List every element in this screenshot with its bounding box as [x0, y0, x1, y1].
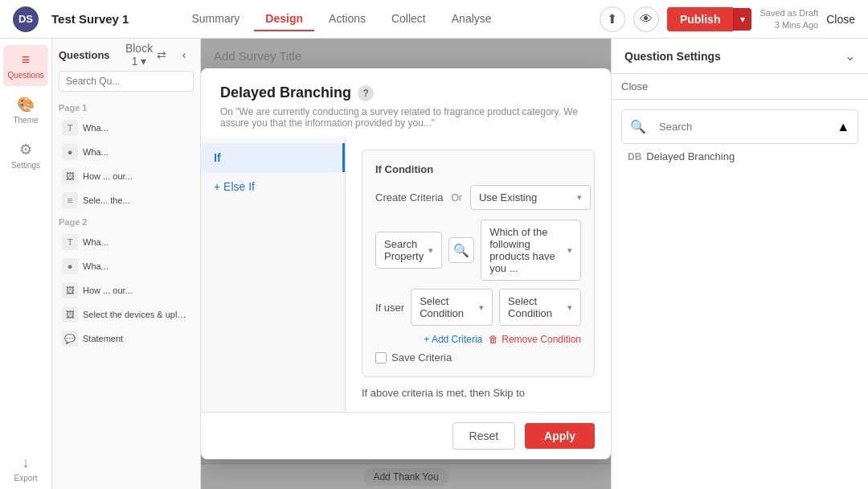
q-text: How ... our... [83, 286, 133, 295]
q-text: Select the devices & upload the image [83, 310, 187, 319]
modal-footer: Reset Apply [201, 412, 611, 459]
delayed-branching-item: Delayed Branching [646, 150, 735, 162]
q-text: Wha... [83, 261, 108, 271]
list-item[interactable]: 💬Statement [59, 327, 194, 351]
skip-to-row: If above criteria is met, then Skip to [362, 387, 595, 399]
q-text: Statement [83, 334, 123, 343]
saved-info: Saved as Draft 3 Mins Ago [760, 7, 818, 31]
sidebar-item-settings[interactable]: ⚙ Settings [3, 134, 48, 176]
apply-button[interactable]: Apply [525, 423, 595, 449]
condition-left-dropdown[interactable]: Select Condition ▾ [411, 289, 493, 326]
nav-back-icon[interactable]: ‹ [174, 45, 194, 64]
questions-panel-header: Questions Block 1 ▾ ⇄ ‹ [59, 45, 194, 64]
condition-right-dropdown[interactable]: Select Condition ▾ [499, 289, 581, 326]
tab-actions[interactable]: Actions [317, 7, 377, 31]
list-item[interactable]: ●Wha... [59, 140, 194, 164]
q-type-icon: 🖼 [62, 282, 78, 298]
saved-status: Saved as Draft [760, 7, 818, 18]
list-item[interactable]: 🖼How ... our... [59, 164, 194, 188]
sidebar-item-else-if[interactable]: + Else If [201, 172, 345, 201]
save-criteria-checkbox[interactable] [375, 352, 387, 364]
close-button-top[interactable]: Close [826, 13, 855, 26]
reset-button[interactable]: Reset [452, 422, 516, 450]
sidebar-item-export[interactable]: ↓ Export [3, 448, 48, 489]
add-criteria-button[interactable]: + Add Criteria [424, 334, 482, 345]
main-layout: ≡ Questions 🎨 Theme ⚙ Settings ↓ Export … [0, 39, 868, 489]
chevron-up-icon: ▲ [837, 120, 850, 134]
list-item[interactable]: ●Wha... [59, 254, 194, 278]
block-selector[interactable]: Block 1 ▾ [129, 45, 149, 64]
tab-summary[interactable]: Summary [180, 7, 251, 31]
expand-icon[interactable]: ⌄ [845, 48, 855, 64]
if-user-label: If user [375, 302, 404, 314]
sidebar-label-questions: Questions [7, 71, 43, 80]
list-item[interactable]: ≡Sele... the... [59, 188, 194, 212]
q-type-icon: 💬 [62, 331, 78, 347]
top-header: DS Test Survey 1 Summary Design Actions … [0, 0, 868, 39]
saved-time: 3 Mins Ago [760, 19, 818, 31]
chevron-down-icon: ▾ [577, 192, 582, 203]
preview-icon[interactable]: 👁 [633, 6, 659, 32]
settings-icon: ⚙ [19, 141, 32, 158]
right-close-button[interactable]: Close [621, 80, 648, 92]
tab-design[interactable]: Design [254, 7, 314, 31]
list-item[interactable]: TWha... [59, 116, 194, 140]
page-2-label: Page 2 [59, 217, 194, 227]
publish-chevron-button[interactable]: ▾ [733, 8, 751, 31]
if-condition-title: If Condition [375, 163, 581, 175]
right-panel-title: Question Settings [624, 50, 721, 63]
share-icon[interactable]: ⬆ [600, 6, 625, 32]
property-row: Search Property ▾ 🔍 Which of the followi… [375, 220, 581, 281]
right-search-input[interactable] [651, 115, 832, 138]
chevron-down-icon: ▾ [428, 245, 433, 256]
sidebar-item-theme[interactable]: 🎨 Theme [3, 89, 48, 131]
q-type-icon: T [62, 120, 78, 136]
q-text: Sele... the... [83, 195, 130, 205]
questions-panel-title: Questions [59, 49, 110, 61]
sidebar-item-questions[interactable]: ≡ Questions [3, 45, 48, 86]
right-close-row: Close [612, 74, 868, 100]
modal-body: If + Else If If Condition Create Criteri… [201, 137, 611, 412]
remove-condition-label: Remove Condition [502, 334, 581, 345]
right-search-row: 🔍 ▲ [621, 109, 858, 144]
survey-title: Test Survey 1 [51, 12, 129, 26]
delayed-branching-modal: Delayed Branching ? On "We are currently… [201, 68, 611, 459]
q-type-icon: 🖼 [62, 168, 78, 184]
list-item[interactable]: 🖼How ... our... [59, 278, 194, 302]
q-text: Wha... [83, 147, 108, 157]
sidebar: ≡ Questions 🎨 Theme ⚙ Settings ↓ Export [0, 39, 52, 489]
modal-main: If Condition Create Criteria Or Use Exis… [346, 137, 611, 412]
create-criteria-label: Create Criteria [375, 191, 444, 203]
modal-title: Delayed Branching ? [220, 84, 592, 101]
publish-button[interactable]: Publish [667, 7, 734, 31]
q-text: How ... our... [83, 171, 133, 181]
list-item[interactable]: 🖼Select the devices & upload the image [59, 302, 194, 327]
modal-subtitle: On "We are currently conducting a survey… [220, 106, 592, 129]
page-1-label: Page 1 [59, 103, 194, 113]
modal-header: Delayed Branching ? On "We are currently… [201, 68, 611, 137]
create-criteria-row: Create Criteria Or Use Existing ▾ [375, 185, 581, 210]
q-type-icon: T [62, 234, 78, 250]
property-search-icon[interactable]: 🔍 [448, 237, 474, 263]
tab-analyse[interactable]: Analyse [440, 7, 503, 31]
search-property-label: Search Property [384, 238, 424, 262]
search-property-dropdown[interactable]: Search Property ▾ [375, 232, 442, 269]
q-type-icon: ≡ [62, 192, 78, 208]
app-logo: DS [13, 6, 39, 32]
trash-icon: 🗑 [489, 334, 498, 345]
use-existing-dropdown[interactable]: Use Existing ▾ [470, 185, 591, 210]
remove-condition-button[interactable]: 🗑 Remove Condition [489, 334, 581, 345]
right-panel-body: 🔍 ▲ DB Delayed Branching [612, 100, 868, 179]
search-questions-input[interactable] [59, 71, 194, 92]
shuffle-icon[interactable]: ⇄ [152, 45, 171, 64]
list-item[interactable]: TWha... [59, 230, 194, 254]
sidebar-label-export: Export [14, 474, 38, 483]
tab-collect[interactable]: Collect [380, 7, 437, 31]
modal-sidebar: If + Else If [201, 137, 346, 412]
question-dropdown[interactable]: Which of the following products have you… [481, 220, 581, 281]
main-content: Add Survey Title Delayed Branching ? On … [201, 39, 611, 489]
save-criteria-row: Save Criteria [375, 351, 581, 364]
export-icon: ↓ [23, 454, 30, 471]
sidebar-item-if[interactable]: If [201, 143, 345, 172]
help-icon[interactable]: ? [358, 85, 374, 101]
